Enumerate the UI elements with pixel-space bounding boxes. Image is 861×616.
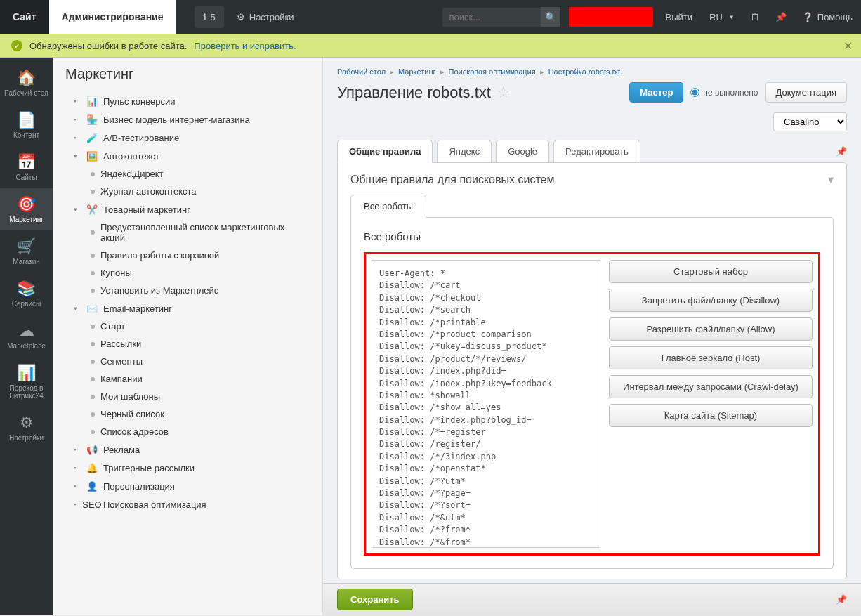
- collapse-icon[interactable]: ▾: [828, 173, 834, 186]
- tree-item[interactable]: ▪📢Реклама: [65, 440, 310, 459]
- tree-item[interactable]: ▪SEOПоисковая оптимизация: [65, 495, 310, 513]
- tree-label: Мои шаблоны: [100, 391, 160, 402]
- bullet-icon: [91, 254, 95, 258]
- robots-textarea[interactable]: User-Agent: * Disallow: /*cart Disallow:…: [372, 260, 600, 548]
- tree-label: Пульс конверсии: [103, 96, 176, 107]
- documentation-button[interactable]: Документация: [765, 82, 848, 103]
- status-radio-input[interactable]: [690, 88, 699, 97]
- tree-label: Бизнес модель интернет-магазина: [103, 114, 250, 125]
- panel-title: Общие правила для поисковых систем: [350, 173, 554, 186]
- tree-label: Поисковая оптимизация: [103, 499, 206, 510]
- bullet-icon: [91, 172, 95, 176]
- home-icon: 🏠: [3, 69, 50, 87]
- lang-selector[interactable]: RU▼: [701, 0, 743, 34]
- site-select-input[interactable]: Casalino: [773, 112, 847, 131]
- tree-item[interactable]: Список адресов: [65, 423, 310, 440]
- tree-item[interactable]: ▪📊Пульс конверсии: [65, 92, 310, 110]
- breadcrumb-link[interactable]: Настройка robots.txt: [548, 67, 620, 76]
- rail-item-b24[interactable]: 📊Переход в Битрикс24: [0, 357, 53, 407]
- inner-heading: Все роботы: [364, 230, 820, 242]
- cloud-icon: ☁: [3, 322, 50, 340]
- rail-item-gear[interactable]: ⚙Настройки: [0, 407, 53, 449]
- search-input[interactable]: [442, 8, 541, 27]
- tree-item[interactable]: Установить из Маркетплейс: [65, 282, 310, 299]
- toggle-icon: ▪: [74, 464, 81, 471]
- notifications[interactable]: ℹ 5: [195, 6, 224, 28]
- notice-link[interactable]: Проверить и исправить.: [194, 41, 296, 51]
- layers-icon: 📚: [3, 280, 50, 298]
- tree-item[interactable]: Предустановленный список маркетинговых а…: [65, 218, 310, 247]
- tree-label: Купоны: [100, 268, 132, 278]
- tree-item[interactable]: Сегменты: [65, 353, 310, 370]
- action-button[interactable]: Разрешить файл/папку (Allow): [609, 317, 813, 341]
- tab-1[interactable]: Яндекс: [437, 140, 492, 163]
- tree-label: Установить из Маркетплейс: [100, 285, 218, 296]
- rail-item-home[interactable]: 🏠Рабочий стол: [0, 62, 53, 104]
- tree-item[interactable]: ▾✂️Товарный маркетинг: [65, 200, 310, 218]
- favorite-star-icon[interactable]: ☆: [497, 84, 511, 102]
- tree-item[interactable]: Рассылки: [65, 335, 310, 353]
- inner-tab-all-robots[interactable]: Все роботы: [350, 195, 426, 218]
- action-button[interactable]: Запретить файл/папку (Disallow): [609, 289, 813, 312]
- tree-item[interactable]: Правила работы с корзиной: [65, 247, 310, 264]
- cart-icon: 🛒: [3, 237, 50, 256]
- rail-item-layers[interactable]: 📚Сервисы: [0, 273, 53, 315]
- rail-item-cart[interactable]: 🛒Магазин: [0, 230, 53, 273]
- tree-item[interactable]: Журнал автоконтекста: [65, 183, 310, 200]
- bullet-icon: [91, 412, 95, 417]
- master-button[interactable]: Мастер: [629, 82, 683, 103]
- tab-0[interactable]: Общие правила: [337, 140, 433, 163]
- notice-close[interactable]: ✕: [843, 39, 853, 53]
- info-icon: ℹ: [203, 12, 206, 22]
- search-button[interactable]: 🔍: [541, 7, 560, 27]
- breadcrumb-link[interactable]: Рабочий стол: [337, 67, 386, 76]
- site-selector[interactable]: Casalino: [773, 112, 847, 131]
- tree-item[interactable]: Кампании: [65, 370, 310, 388]
- action-button[interactable]: Интервал между запросами (Crawl-delay): [609, 375, 813, 398]
- tree-icon: 🔔: [86, 462, 98, 473]
- breadcrumb: Рабочий стол▸Маркетинг▸Поисковая оптимиз…: [337, 67, 847, 77]
- save-button[interactable]: Сохранить: [337, 589, 413, 610]
- tree-item[interactable]: ▾🖼️Автоконтекст: [65, 147, 310, 165]
- rail-item-target[interactable]: 🎯Маркетинг: [0, 188, 53, 230]
- tree-item[interactable]: Мои шаблоны: [65, 388, 310, 405]
- status-radio[interactable]: не выполнено: [690, 88, 758, 98]
- side-tree: Маркетинг ▪📊Пульс конверсии▪🏪Бизнес моде…: [53, 58, 323, 615]
- gear-icon: ⚙: [3, 414, 50, 432]
- tree-item[interactable]: Черный список: [65, 405, 310, 423]
- tree-item[interactable]: ▾✉️Email-маркетинг: [65, 299, 310, 317]
- tree-icon: ✉️: [86, 303, 98, 314]
- tab-2[interactable]: Google: [496, 140, 549, 163]
- tree-item[interactable]: Яндекс.Директ: [65, 165, 310, 183]
- tree-label: Триггерные рассылки: [103, 463, 195, 473]
- tree-item[interactable]: ▪👤Персонализация: [65, 477, 310, 495]
- tree-label: Сегменты: [100, 356, 143, 367]
- tab-admin[interactable]: Администрирование: [49, 0, 176, 34]
- tab-3[interactable]: Редактировать: [553, 140, 640, 163]
- tab-site[interactable]: Сайт: [0, 0, 49, 34]
- pin-section-icon[interactable]: 📌: [836, 146, 847, 157]
- rail-item-cal[interactable]: 📅Сайты: [0, 146, 53, 188]
- pin-bottom-icon[interactable]: 📌: [836, 594, 847, 605]
- help-link[interactable]: ❔ Помощь: [794, 0, 861, 34]
- rail-item-doc[interactable]: 📄Контент: [0, 104, 53, 146]
- target-icon: 🎯: [3, 195, 50, 214]
- settings-link[interactable]: ⚙ Настройки: [228, 0, 303, 34]
- tree-item[interactable]: ▪🧪A/B-тестирование: [65, 129, 310, 147]
- action-button[interactable]: Карта сайта (Sitemap): [609, 404, 813, 427]
- notes-icon[interactable]: 🗒: [743, 0, 768, 34]
- tree-item[interactable]: ▪🏪Бизнес модель интернет-магазина: [65, 110, 310, 129]
- tree-item[interactable]: Старт: [65, 317, 310, 335]
- logout-link[interactable]: Выйти: [657, 0, 702, 34]
- breadcrumb-link[interactable]: Поисковая оптимизация: [449, 67, 536, 76]
- pin-icon[interactable]: 📌: [768, 0, 794, 34]
- tree-item[interactable]: ▪🔔Триггерные рассылки: [65, 459, 310, 477]
- action-button[interactable]: Главное зеркало (Host): [609, 346, 813, 369]
- bullet-icon: [91, 190, 95, 194]
- action-button[interactable]: Стартовый набор: [609, 260, 813, 283]
- bullet-icon: [91, 230, 95, 235]
- rail-item-cloud[interactable]: ☁Marketplace: [0, 315, 53, 357]
- highlight-box: User-Agent: * Disallow: /*cart Disallow:…: [364, 252, 820, 556]
- tree-item[interactable]: Купоны: [65, 264, 310, 282]
- breadcrumb-link[interactable]: Маркетинг: [398, 67, 435, 76]
